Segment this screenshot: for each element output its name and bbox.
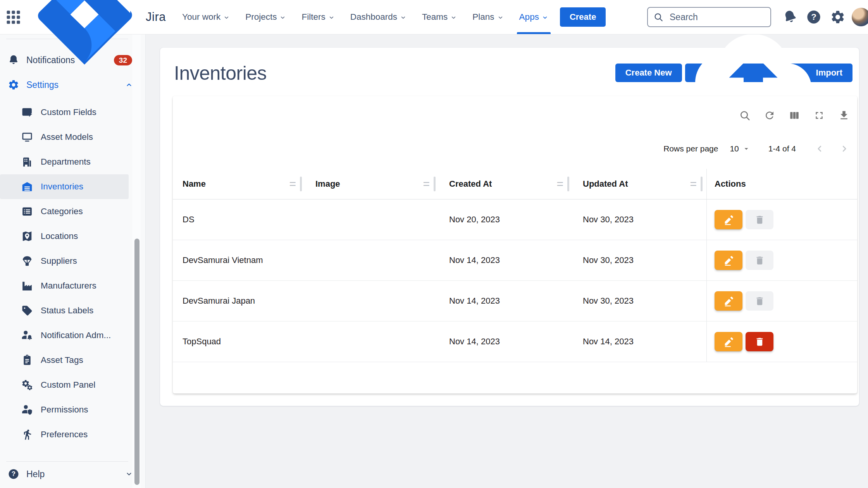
previous-page-button[interactable] (812, 141, 827, 156)
chevron-down-icon (400, 14, 406, 21)
delete-button[interactable] (746, 332, 773, 351)
fullscreen-icon (813, 110, 825, 121)
nav-item-your-work[interactable]: Your work (176, 0, 236, 34)
sidebar-item-label: Asset Models (41, 132, 93, 142)
cell-created-at: Nov 14, 2023 (439, 321, 573, 362)
column-label: Created At (449, 179, 492, 189)
sidebar-item-inventories[interactable]: Inventories (0, 174, 129, 199)
help-button[interactable]: ? (804, 7, 824, 27)
delete-button (746, 210, 773, 229)
sidebar-item-label: Notification Adm... (41, 330, 111, 340)
nav-item-projects[interactable]: Projects (239, 0, 292, 34)
nav-item-label: Dashboards (350, 12, 397, 22)
sidebar-item-asset-models[interactable]: Asset Models (0, 125, 129, 149)
sidebar-item-asset-tags[interactable]: Asset Tags (0, 348, 129, 373)
column-header-created-at[interactable]: Created At = (439, 169, 573, 199)
drag-handle-icon[interactable]: = (690, 178, 697, 190)
sidebar-item-help[interactable]: ? Help (0, 462, 145, 486)
create-new-button[interactable]: Create New (615, 64, 682, 82)
primary-nav: Your workProjectsFiltersDashboardsTeamsP… (176, 0, 555, 34)
notification-admin-icon (21, 330, 33, 341)
jira-logo[interactable]: Jira (26, 0, 166, 75)
drag-handle-icon[interactable]: = (556, 178, 563, 190)
column-resize-bar[interactable] (434, 177, 436, 191)
rows-per-page-select[interactable]: 10 (730, 144, 750, 153)
column-label: Actions (715, 179, 746, 189)
nav-item-label: Plans (472, 12, 494, 22)
download-button[interactable] (836, 107, 852, 124)
column-resize-bar[interactable] (567, 177, 569, 191)
sidebar-item-settings[interactable]: Settings (0, 72, 145, 97)
chevron-down-icon (450, 14, 457, 21)
app-switcher-button[interactable] (2, 6, 24, 28)
chevron-down-icon (497, 14, 504, 21)
refresh-button[interactable] (762, 107, 777, 124)
edit-button[interactable] (715, 291, 742, 311)
drag-handle-icon[interactable]: = (423, 178, 430, 190)
sidebar-item-departments[interactable]: Departments (0, 149, 129, 174)
columns-button[interactable] (787, 107, 802, 124)
asset-tags-icon (21, 354, 33, 366)
column-resize-bar[interactable] (701, 177, 703, 191)
sidebar-item-categories[interactable]: Categories (0, 199, 129, 224)
column-resize-bar[interactable] (300, 177, 302, 191)
nav-item-teams[interactable]: Teams (416, 0, 463, 34)
import-button[interactable]: Import (685, 64, 852, 82)
svg-text:?: ? (12, 470, 16, 478)
fullscreen-button[interactable] (811, 107, 827, 124)
create-button[interactable]: Create (560, 7, 606, 27)
next-page-button[interactable] (837, 141, 852, 156)
settings-button[interactable] (828, 7, 848, 27)
column-resize-group: = (690, 177, 703, 191)
column-header-updated-at[interactable]: Updated At = (573, 169, 706, 199)
rows-per-page-label: Rows per page (663, 144, 718, 153)
sidebar-item-custom-panel[interactable]: Custom Panel (0, 373, 129, 397)
edit-button[interactable] (715, 332, 742, 351)
column-header-image[interactable]: Image = (306, 169, 439, 199)
sidebar-item-label: Preferences (41, 430, 88, 440)
sidebar-item-manufacturers[interactable]: Manufacturers (0, 273, 129, 298)
drag-handle-icon[interactable]: = (289, 178, 296, 190)
cell-created-at-text: Nov 14, 2023 (449, 255, 500, 265)
cell-updated-at: Nov 30, 2023 (573, 199, 706, 240)
cell-name-text: DevSamurai Vietnam (183, 255, 263, 265)
chevron-down-icon (328, 14, 335, 21)
main-content: Inventories Create New Import Rows per p… (146, 34, 868, 488)
nav-item-apps[interactable]: Apps (513, 0, 555, 34)
table-row: DevSamurai JapanNov 14, 2023Nov 30, 2023 (173, 281, 857, 321)
cell-created-at-text: Nov 14, 2023 (449, 296, 500, 306)
sidebar-item-notification-adm[interactable]: Notification Adm... (0, 323, 129, 348)
manufacturers-icon (21, 280, 33, 292)
sidebar-item-permissions[interactable]: Permissions (0, 397, 129, 422)
sidebar-item-status-labels[interactable]: Status Labels (0, 298, 129, 323)
column-header-name[interactable]: Name = (173, 169, 306, 199)
cell-name: TopSquad (173, 321, 306, 362)
bell-icon (8, 54, 19, 66)
preferences-icon (21, 429, 33, 440)
search-button[interactable] (737, 107, 753, 124)
chevron-right-icon (839, 144, 849, 154)
nav-item-label: Projects (245, 12, 277, 22)
search-input[interactable] (647, 7, 771, 27)
locations-icon (21, 230, 33, 242)
sidebar-scrollbar-thumb[interactable] (134, 239, 140, 485)
nav-item-filters[interactable]: Filters (295, 0, 341, 34)
edit-button[interactable] (715, 251, 742, 270)
cell-actions (706, 240, 857, 280)
sidebar-item-label: Departments (41, 157, 91, 167)
cell-image (306, 321, 439, 362)
sidebar-item-locations[interactable]: Locations (0, 224, 129, 249)
column-label: Updated At (583, 179, 628, 189)
nav-item-plans[interactable]: Plans (466, 0, 510, 34)
delete-button (746, 291, 773, 311)
user-avatar[interactable] (852, 8, 868, 26)
cell-updated-at-text: Nov 14, 2023 (583, 337, 634, 347)
nav-item-dashboards[interactable]: Dashboards (344, 0, 413, 34)
table-toolbar (737, 107, 852, 124)
edit-button[interactable] (715, 210, 742, 229)
sidebar-item-label: Asset Tags (41, 355, 83, 365)
sidebar-item-custom-fields[interactable]: Custom Fields (0, 100, 129, 125)
notifications-button[interactable] (780, 7, 800, 27)
sidebar-item-preferences[interactable]: Preferences (0, 422, 129, 447)
sidebar-item-suppliers[interactable]: Suppliers (0, 249, 129, 273)
